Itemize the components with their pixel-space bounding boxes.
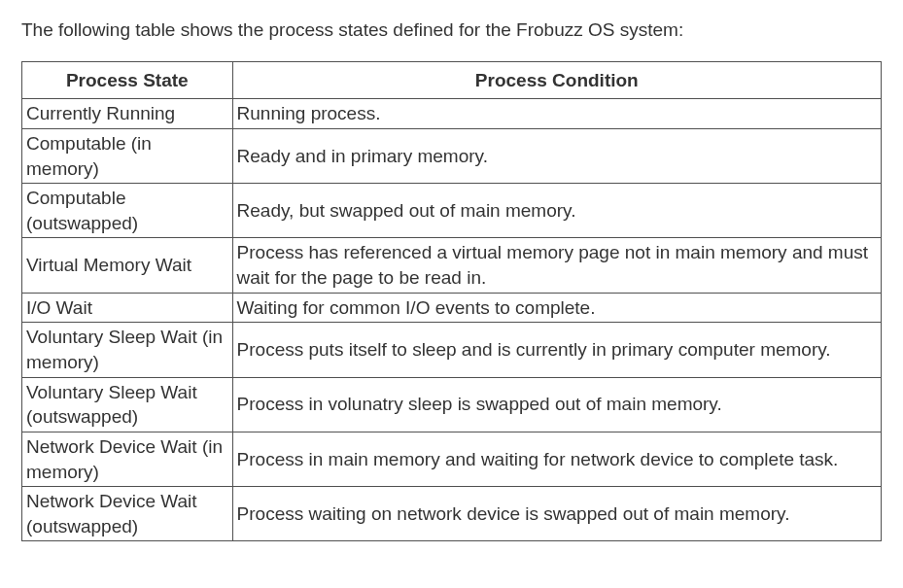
intro-text: The following table shows the process st… [21,17,882,44]
cell-state: Network Device Wait (in memory) [22,432,233,486]
header-process-condition: Process Condition [232,61,881,99]
cell-condition: Process puts itself to sleep and is curr… [232,323,881,377]
table-row: Currently Running Running process. [22,99,882,129]
table-row: Voluntary Sleep Wait (in memory) Process… [22,323,882,377]
table-row: Network Device Wait (outswapped) Process… [22,487,882,541]
cell-condition: Process waiting on network device is swa… [232,487,881,541]
cell-condition: Ready, but swapped out of main memory. [232,184,881,238]
table-row: Computable (outswapped) Ready, but swapp… [22,184,882,238]
cell-state: Computable (in memory) [22,128,233,183]
cell-condition: Ready and in primary memory. [232,128,881,183]
cell-state: I/O Wait [22,293,233,323]
header-process-state: Process State [22,61,233,99]
cell-state: Currently Running [22,99,233,129]
cell-condition: Running process. [232,99,881,129]
table-row: I/O Wait Waiting for common I/O events t… [22,293,882,323]
process-states-table: Process State Process Condition Currentl… [21,61,882,542]
cell-state: Voluntary Sleep Wait (outswapped) [22,377,233,432]
table-row: Computable (in memory) Ready and in prim… [22,128,882,183]
cell-condition: Process in volunatry sleep is swapped ou… [232,377,881,432]
table-row: Network Device Wait (in memory) Process … [22,432,882,486]
cell-state: Computable (outswapped) [22,184,233,238]
cell-state: Virtual Memory Wait [22,238,233,293]
cell-condition: Process has referenced a virtual memory … [232,238,881,293]
cell-state: Voluntary Sleep Wait (in memory) [22,323,233,377]
cell-condition: Process in main memory and waiting for n… [232,432,881,486]
table-header-row: Process State Process Condition [22,61,882,99]
cell-state: Network Device Wait (outswapped) [22,487,233,541]
table-row: Voluntary Sleep Wait (outswapped) Proces… [22,377,882,432]
cell-condition: Waiting for common I/O events to complet… [232,293,881,323]
table-row: Virtual Memory Wait Process has referenc… [22,238,882,293]
